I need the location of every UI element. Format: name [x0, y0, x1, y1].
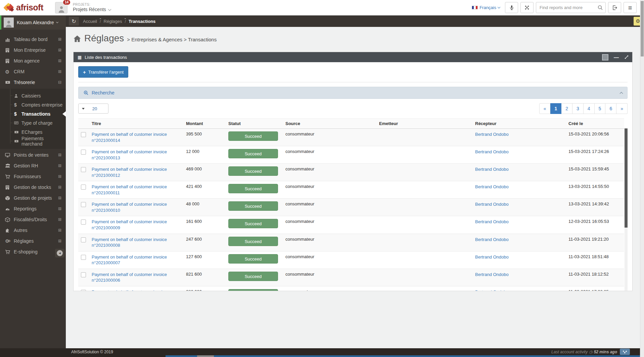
expand-icon[interactable]: ⊞	[58, 196, 61, 200]
sidebar-item-echarges[interactable]: ECharges	[0, 127, 66, 136]
microphone-button[interactable]	[505, 2, 518, 13]
transaction-link[interactable]: Payment on behalf of customer invoice n°…	[92, 149, 177, 161]
transaction-link[interactable]: Payment on behalf of customer invoice n°…	[92, 237, 177, 248]
sidebar-item-points-de-ventes[interactable]: Points de ventes ⊞	[0, 150, 66, 160]
widget-handle[interactable]	[602, 54, 608, 61]
row-checkbox[interactable]	[81, 150, 86, 155]
expand-icon[interactable]: ⊞	[58, 174, 61, 179]
transaction-link[interactable]: Payment on behalf of customer invoice n°…	[92, 254, 177, 266]
receiver-link[interactable]: Bertrand Ondobo	[475, 289, 509, 291]
row-checkbox[interactable]	[81, 220, 86, 225]
logout-button[interactable]	[608, 2, 621, 13]
pagination-page-4[interactable]: 4	[584, 103, 595, 114]
row-checkbox[interactable]	[81, 202, 86, 207]
language-selector[interactable]: Français	[472, 5, 500, 10]
table-scrollbar-thumb[interactable]	[625, 128, 628, 228]
expand-icon[interactable]: ⊞	[58, 58, 61, 63]
expand-icon[interactable]: ⊞	[58, 48, 61, 52]
menu-button[interactable]: ≡	[624, 2, 637, 13]
projects-dropdown[interactable]: PROJETS: Projets Récents	[73, 3, 111, 13]
pagination-next[interactable]: »	[616, 103, 628, 114]
receiver-link[interactable]: Bertrand Ondobo	[475, 149, 509, 155]
receiver-link[interactable]: Bertrand Ondobo	[475, 201, 509, 207]
pagination-page-1[interactable]: 1	[550, 103, 561, 114]
expand-icon[interactable]: ⊞	[58, 206, 61, 211]
sidebar-item-type-of-charge[interactable]: Type of charge	[0, 118, 66, 127]
sidebar-collapse-button[interactable]: ◄	[55, 249, 64, 257]
bottom-scroll-track[interactable]	[166, 355, 644, 357]
pagination-page-3[interactable]: 3	[572, 103, 584, 114]
sidebar-item-crm[interactable]: ⚙ CRM ⊞	[0, 66, 66, 77]
chevron-up-icon[interactable]	[620, 92, 623, 95]
sidebar-item-autres[interactable]: Autres ⊞	[0, 225, 66, 236]
receiver-link[interactable]: Bertrand Ondobo	[475, 219, 509, 225]
expand-icon[interactable]: ⊞	[58, 239, 61, 243]
refresh-button[interactable]: ↻	[69, 17, 79, 26]
expand-button[interactable]	[624, 55, 629, 60]
transaction-link[interactable]: Payment on behalf of customer invoice n°…	[92, 184, 177, 196]
sidebar-item-gestion-de-projets[interactable]: Gestion de projets ⊞	[0, 193, 66, 203]
pagination-prev[interactable]: «	[539, 103, 551, 114]
breadcrumb-reglages[interactable]: Réglages	[104, 19, 122, 24]
row-checkbox[interactable]	[81, 132, 86, 137]
notifications-avatar[interactable]: 14	[55, 2, 67, 13]
expand-icon[interactable]: ⊞	[58, 163, 61, 168]
sidebar-item-fournisseurs[interactable]: Fournisseurs ⊞	[0, 171, 66, 182]
row-checkbox[interactable]	[81, 167, 86, 172]
sidebar-item-mon-entreprise[interactable]: Mon Entreprise ⊞	[0, 45, 66, 55]
transaction-link[interactable]: Payment on behalf of customer invoice n°…	[92, 289, 177, 291]
pagination-page-2[interactable]: 2	[561, 103, 572, 114]
receiver-link[interactable]: Bertrand Ondobo	[475, 166, 509, 172]
sidebar-item-tresorerie[interactable]: Trésorerie ⊟	[0, 77, 66, 88]
search-icon[interactable]	[597, 5, 603, 10]
pagination-page-6[interactable]: 6	[605, 103, 616, 114]
transfer-money-button[interactable]: + Transférer l'argent	[78, 66, 128, 78]
fullscreen-button[interactable]	[520, 2, 534, 13]
sidebar-item-fiscalites-droits[interactable]: Fiscalités/Droits ⊞	[0, 214, 66, 225]
sidebar-item-transactions[interactable]: $ Transactions	[0, 109, 66, 118]
expand-icon[interactable]: ⊞	[58, 153, 61, 157]
receiver-link[interactable]: Bertrand Ondobo	[475, 237, 509, 243]
receiver-link[interactable]: Bertrand Ondobo	[475, 131, 509, 137]
search-collapse-bar[interactable]: Recherche	[78, 87, 628, 99]
receiver-link[interactable]: Bertrand Ondobo	[475, 184, 509, 190]
horizontal-scrollbar-thumb[interactable]	[197, 355, 214, 357]
receiver-link[interactable]: Bertrand Ondobo	[475, 254, 509, 260]
pagination-page-5[interactable]: 5	[595, 103, 606, 114]
transaction-link[interactable]: Payment on behalf of customer invoice n°…	[92, 272, 177, 283]
expand-icon[interactable]: ⊞	[58, 217, 61, 222]
sidebar-user[interactable]: Kouam Alexandre	[0, 15, 66, 30]
minimize-button[interactable]: —	[614, 55, 619, 60]
transaction-link[interactable]: Payment on behalf of customer invoice n°…	[92, 219, 177, 231]
row-checkbox[interactable]	[81, 237, 86, 242]
sidebar-item-gestion-de-stocks[interactable]: Gestion de stocks ⊞	[0, 182, 66, 193]
transaction-link[interactable]: Payment on behalf of customer invoice n°…	[92, 201, 177, 213]
sidebar-item-paiements-marchand[interactable]: Paiements marchand	[0, 136, 66, 146]
row-checkbox[interactable]	[81, 255, 86, 260]
page-size-select[interactable]: 20	[78, 104, 108, 114]
sidebar-item-tableau-de-bord[interactable]: Tableau de bord ⊞	[0, 34, 66, 45]
expand-icon[interactable]: ⊞	[58, 185, 61, 190]
row-checkbox[interactable]	[81, 272, 86, 277]
transaction-link[interactable]: Payment on behalf of customer invoice n°…	[92, 166, 177, 178]
search-input[interactable]	[536, 2, 606, 13]
sidebar-item-gestion-rh[interactable]: Gestion RH ⊞	[0, 160, 66, 171]
table-scrollbar[interactable]	[625, 128, 628, 291]
row-checkbox[interactable]	[81, 290, 86, 291]
expand-icon[interactable]: ⊞	[58, 37, 61, 42]
page-scrollbar[interactable]	[640, 0, 644, 357]
receiver-link[interactable]: Bertrand Ondobo	[475, 272, 509, 278]
sidebar-item-reportings[interactable]: Reportings ⊞	[0, 203, 66, 214]
app-logo[interactable]: afrisoft	[0, 2, 51, 13]
sidebar-item-reglages[interactable]: ⚙⚙ Réglages ⊞	[0, 236, 66, 246]
row-checkbox[interactable]	[81, 185, 86, 190]
sidebar-item-mon-agence[interactable]: Mon agence ⊞	[0, 55, 66, 66]
collapse-section-icon[interactable]: ⊟	[58, 80, 61, 85]
sidebar-item-comptes-entreprise[interactable]: $ Comptes entreprise	[0, 100, 66, 109]
transaction-link[interactable]: Payment on behalf of customer invoice n°…	[92, 131, 177, 143]
footer-network-button[interactable]	[620, 349, 630, 355]
page-scrollbar-thumb[interactable]	[641, 1, 644, 56]
breadcrumb-home[interactable]: Accueil	[83, 19, 97, 24]
sidebar-item-caissiers[interactable]: Caissiers	[0, 91, 66, 100]
expand-icon[interactable]: ⊞	[58, 69, 61, 74]
